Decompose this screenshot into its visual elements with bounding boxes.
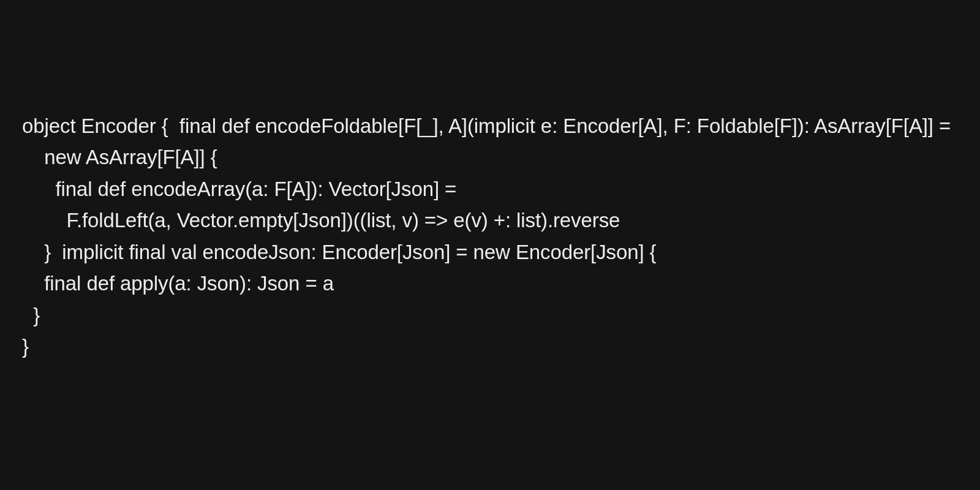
code-block: object Encoder { final def encodeFoldabl… xyxy=(0,0,980,363)
